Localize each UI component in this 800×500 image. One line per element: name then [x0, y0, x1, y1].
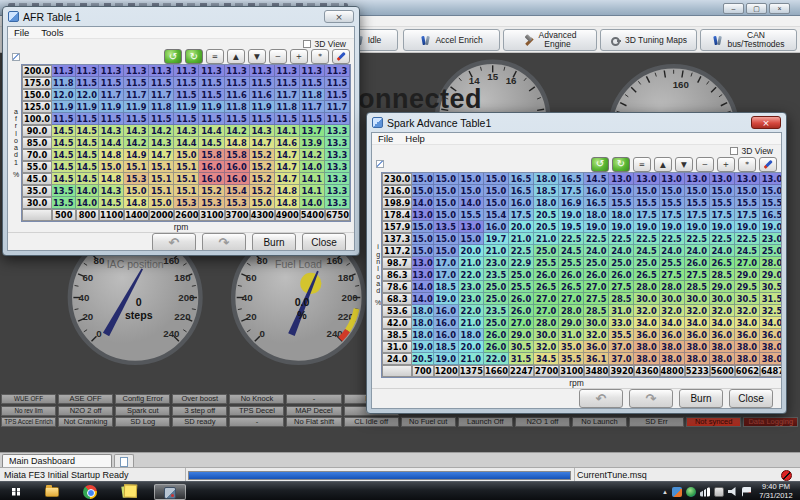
spark-table-cell[interactable]: 14.0: [459, 197, 484, 209]
afr-table-cell[interactable]: 14.5: [52, 173, 76, 185]
spark-table-cell[interactable]: 24.5: [735, 245, 760, 257]
sticky-notes-taskbar-button[interactable]: [120, 484, 136, 500]
afr-table-cell[interactable]: 11.3: [300, 65, 325, 77]
spark-table-cell[interactable]: 26.0: [484, 329, 509, 341]
afr-table-cell[interactable]: 15.1: [149, 173, 174, 185]
afr-row-header[interactable]: 35.0: [22, 185, 52, 197]
afr-table-cell[interactable]: 11.5: [325, 113, 350, 125]
afr-table-cell[interactable]: 11.5: [174, 89, 199, 101]
spark-table-cell[interactable]: 27.5: [584, 293, 609, 305]
spark-table-cell[interactable]: 16.5: [584, 197, 609, 209]
afr-table-cell[interactable]: 11.3: [275, 65, 300, 77]
spark-table-cell[interactable]: 22.5: [660, 233, 685, 245]
afr-table-cell[interactable]: 11.3: [124, 65, 149, 77]
afr-table-cell[interactable]: 11.5: [99, 113, 124, 125]
spark-table-cell[interactable]: 18.5: [434, 341, 459, 353]
afr-table-cell[interactable]: 14.5: [76, 161, 100, 173]
afr-table-cell[interactable]: 14.5: [52, 161, 76, 173]
spark-table-cell[interactable]: 28.0: [660, 281, 685, 293]
spark-table-cell[interactable]: 13.0: [660, 173, 685, 185]
afr-table-cell[interactable]: 15.0: [174, 149, 199, 161]
explorer-taskbar-button[interactable]: [44, 484, 60, 500]
spark-table-cell[interactable]: 36.0: [710, 329, 735, 341]
afr-table-cell[interactable]: 11.5: [225, 77, 250, 89]
spark-table-cell[interactable]: 25.0: [484, 317, 509, 329]
afr-table-cell[interactable]: 14.5: [76, 173, 100, 185]
spark-table-cell[interactable]: 32.0: [735, 305, 760, 317]
spark-table-cell[interactable]: 26.0: [484, 341, 509, 353]
afr-equals-button[interactable]: =: [206, 49, 224, 64]
spark-table-cell[interactable]: 19.7: [484, 233, 509, 245]
afr-row-header[interactable]: 90.0: [22, 125, 52, 137]
afr-pencil-button[interactable]: [332, 49, 350, 64]
spark-table-cell[interactable]: 14.5: [584, 173, 609, 185]
afr-table-cell[interactable]: 11.8: [275, 101, 300, 113]
spark-table-cell[interactable]: 28.5: [710, 269, 735, 281]
afr-redo-button[interactable]: ↷: [202, 233, 246, 251]
spark-table-cell[interactable]: 17.5: [509, 209, 534, 221]
afr-table-cell[interactable]: 13.3: [325, 161, 350, 173]
spark-table-cell[interactable]: 26.5: [634, 269, 659, 281]
spark-table-cell[interactable]: 28.0: [634, 281, 659, 293]
spark-table-cell[interactable]: 22.0: [459, 305, 484, 317]
spark-table-cell[interactable]: 13.0: [685, 173, 710, 185]
spark-table-cell[interactable]: 25.0: [534, 245, 559, 257]
spark-equals-button[interactable]: =: [633, 157, 651, 172]
spark-table-cell[interactable]: 18.5: [534, 185, 559, 197]
afr-table-cell[interactable]: 15.1: [174, 161, 199, 173]
spark-table-cell[interactable]: 15.5: [459, 209, 484, 221]
spark-table-cell[interactable]: 20.5: [412, 353, 433, 365]
afr-table-cell[interactable]: 14.2: [124, 137, 149, 149]
spark-table-cell[interactable]: 26.0: [559, 269, 584, 281]
afr-table-cell[interactable]: 14.5: [52, 125, 76, 137]
maximize-button[interactable]: ▢: [746, 3, 767, 14]
afr-table-cell[interactable]: 14.3: [99, 125, 124, 137]
spark-row-header[interactable]: 78.6: [382, 281, 412, 293]
afr-table-cell[interactable]: 11.7: [300, 101, 325, 113]
afr-table-cell[interactable]: 14.1: [300, 173, 325, 185]
afr-table-cell[interactable]: 15.1: [174, 185, 199, 197]
spark-table-cell[interactable]: 32.0: [634, 305, 659, 317]
afr-table-cell[interactable]: 14.9: [124, 149, 149, 161]
afr-table-cell[interactable]: 11.5: [149, 113, 174, 125]
afr-table-cell[interactable]: 15.0: [250, 197, 275, 209]
afr-table-cell[interactable]: 11.5: [300, 77, 325, 89]
afr-undo-circle-button[interactable]: ↺: [164, 49, 182, 64]
spark-table-cell[interactable]: 29.0: [735, 269, 760, 281]
afr-table-cell[interactable]: 14.3: [174, 125, 199, 137]
spark-table-cell[interactable]: 15.0: [412, 185, 433, 197]
afr-table-cell[interactable]: 14.3: [149, 137, 174, 149]
spark-table-cell[interactable]: 22.5: [509, 245, 534, 257]
afr-window-close-icon[interactable]: ×: [324, 10, 354, 23]
spark-table-cell[interactable]: 32.0: [584, 329, 609, 341]
spark-table-cell[interactable]: 30.5: [509, 341, 534, 353]
spark-table-cell[interactable]: 15.5: [609, 197, 634, 209]
spark-table-cell[interactable]: 15.0: [434, 233, 459, 245]
spark-row-header[interactable]: 157.9: [382, 221, 412, 233]
spark-table-cell[interactable]: 25.0: [634, 257, 659, 269]
spark-table-cell[interactable]: 22.5: [559, 233, 584, 245]
afr-table-cell[interactable]: 16.0: [199, 173, 224, 185]
afr-table-cell[interactable]: 13.3: [325, 185, 350, 197]
spark-table-cell[interactable]: 32.0: [534, 341, 559, 353]
afr-table-cell[interactable]: 11.5: [149, 77, 174, 89]
afr-table-cell[interactable]: 11.7: [325, 101, 350, 113]
afr-table-cell[interactable]: 11.5: [199, 77, 224, 89]
spark-rpm-header[interactable]: 3480: [584, 365, 609, 377]
spark-table-cell[interactable]: 23.0: [760, 233, 782, 245]
afr-table-cell[interactable]: 11.8: [149, 101, 174, 113]
spark-table-cell[interactable]: 34.0: [710, 317, 735, 329]
spark-table-cell[interactable]: 25.0: [484, 293, 509, 305]
device-tray-icon[interactable]: [714, 487, 724, 497]
afr-table-cell[interactable]: 14.7: [275, 173, 300, 185]
afr-table-cell[interactable]: 14.3: [124, 125, 149, 137]
spark-table-cell[interactable]: 15.0: [434, 197, 459, 209]
new-dashboard-tab[interactable]: [114, 454, 134, 468]
spark-table-cell[interactable]: 15.0: [459, 233, 484, 245]
afr-table-cell[interactable]: 13.3: [325, 173, 350, 185]
spark-table-cell[interactable]: 20.0: [459, 245, 484, 257]
afr-table-cell[interactable]: 14.8: [225, 137, 250, 149]
afr-table-cell[interactable]: 15.2: [250, 185, 275, 197]
spark-row-header[interactable]: 86.3: [382, 269, 412, 281]
spark-table-cell[interactable]: 24.5: [559, 245, 584, 257]
